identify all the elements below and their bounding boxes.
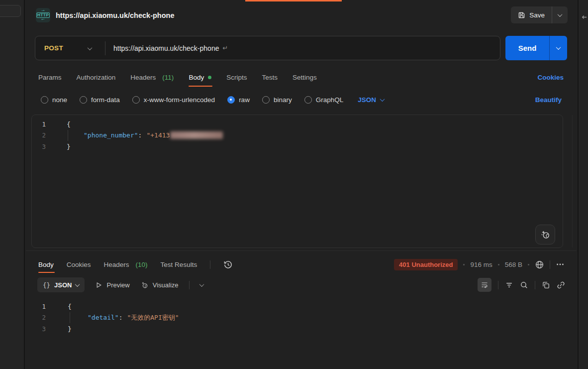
copy-response-button[interactable] [542, 281, 550, 289]
code-line: 1 { [26, 301, 577, 312]
response-body-editor[interactable]: 1 { 2 "detail":"无效的API密钥" 3 } [26, 299, 577, 369]
tab-settings[interactable]: Settings [293, 66, 317, 88]
toolbar-expand-caret[interactable] [200, 283, 203, 287]
radio-icon [132, 96, 140, 104]
close-brace: } [67, 143, 71, 150]
body-type-binary[interactable]: binary [262, 96, 292, 104]
send-button[interactable]: Send [505, 36, 549, 60]
postbot-ai-button[interactable] [535, 225, 555, 245]
beautify-link[interactable]: Beautify [535, 96, 577, 104]
braces-icon: {} [43, 281, 50, 289]
tab-label: Body [38, 261, 54, 268]
response-meta: 401 Unauthorized 916 ms 568 B [394, 259, 577, 270]
line-number: 3 [26, 325, 54, 333]
tab-body[interactable]: Body [189, 66, 211, 88]
tab-scripts[interactable]: Scripts [226, 66, 247, 88]
divider [535, 281, 535, 289]
response-size: 568 B [505, 261, 522, 268]
response-history-button[interactable] [223, 260, 233, 269]
response-tab-test-results[interactable]: Test Results [161, 254, 197, 274]
request-body-editor[interactable]: 1 { 2 "phone_number":"+1413 3 } [31, 115, 563, 248]
editor-scrollbar-track[interactable] [572, 115, 573, 247]
request-url-row: POST https://api.xiaomu.uk/check-phone ↵… [35, 36, 567, 60]
divider [189, 281, 190, 289]
copy-icon [542, 281, 550, 289]
tab-label: Scripts [226, 74, 247, 81]
response-more-options-button[interactable] [556, 260, 565, 269]
url-input[interactable]: https://api.xiaomu.uk/check-phone [113, 44, 219, 52]
send-options-caret[interactable] [549, 36, 567, 60]
save-options-caret[interactable] [552, 6, 568, 23]
radio-icon [80, 96, 87, 104]
send-split-button: Send [505, 36, 567, 60]
tab-headers[interactable]: Headers(11) [130, 66, 174, 88]
method-caret[interactable] [88, 44, 105, 52]
chevron-down-icon [75, 282, 80, 287]
chevron-down-icon [380, 97, 385, 102]
network-info-button[interactable] [535, 260, 544, 269]
json-colon: : [119, 314, 123, 321]
open-brace: { [67, 121, 71, 128]
radio-icon [304, 96, 312, 104]
response-time: 916 ms [470, 261, 492, 268]
dot-separator [463, 264, 465, 265]
tab-authorization[interactable]: Authorization [77, 66, 116, 88]
radio-label: GraphQL [316, 96, 344, 104]
collapse-arrow-icon[interactable] [580, 13, 588, 21]
body-type-urlencoded[interactable]: x-www-form-urlencoded [132, 96, 215, 104]
headers-count: (10) [136, 261, 148, 268]
link-button[interactable] [557, 281, 565, 289]
language-dropdown[interactable]: JSON [358, 96, 384, 104]
response-section: Body Cookies Headers(10) Test Results [26, 250, 577, 369]
body-type-none[interactable]: none [41, 96, 67, 104]
tab-label: Test Results [161, 261, 197, 268]
tab-params[interactable]: Params [38, 66, 62, 88]
json-key: "detail" [88, 314, 119, 321]
body-type-form-data[interactable]: form-data [80, 96, 120, 104]
request-tabs: Params Authorization Headers(11) Body Sc… [26, 66, 577, 88]
save-button[interactable]: Save [511, 6, 552, 23]
postbot-sparkle-icon [540, 230, 551, 240]
divider [498, 281, 498, 289]
main-panel: ⇀ HTTP ↽ https://api.xiaomu.uk/check-pho… [26, 0, 577, 369]
tab-label: Tests [262, 74, 278, 81]
indent-guide [70, 312, 70, 323]
body-type-graphql[interactable]: GraphQL [304, 96, 344, 104]
globe-icon [535, 260, 544, 269]
wrap-text-icon [481, 281, 489, 289]
clock-history-icon [223, 260, 233, 269]
sidebar-collapsed-item[interactable] [0, 5, 21, 17]
divider [210, 260, 210, 269]
code-line: 1 { [32, 119, 563, 130]
active-tab-indicator [245, 0, 342, 1]
chevron-down-icon [199, 282, 204, 287]
body-type-bar: none form-data x-www-form-urlencoded raw… [26, 90, 577, 110]
search-button[interactable] [520, 281, 528, 289]
response-tab-headers[interactable]: Headers(10) [104, 254, 148, 274]
divider [550, 260, 550, 269]
visualize-button[interactable]: Visualize [140, 281, 179, 289]
wrap-text-button[interactable] [478, 278, 491, 292]
chevron-down-icon [558, 12, 563, 17]
code-line: 3 } [32, 141, 563, 152]
preview-button[interactable]: Preview [95, 281, 129, 289]
tab-tests[interactable]: Tests [262, 66, 278, 88]
save-split-button: Save [511, 6, 568, 23]
response-tab-cookies[interactable]: Cookies [67, 254, 91, 274]
body-type-raw[interactable]: raw [227, 96, 250, 104]
filter-button[interactable] [505, 281, 513, 289]
line-number: 1 [26, 303, 54, 310]
radio-label: none [52, 96, 67, 104]
response-tab-body[interactable]: Body [38, 254, 54, 274]
play-icon [95, 281, 102, 289]
cookies-link[interactable]: Cookies [537, 74, 577, 81]
response-format-dropdown[interactable]: {} JSON [37, 277, 85, 292]
line-number: 2 [26, 314, 54, 321]
method-selector[interactable]: POST [35, 44, 88, 52]
radio-label: x-www-form-urlencoded [144, 96, 215, 104]
tab-label: Settings [293, 74, 317, 81]
dot-separator [498, 264, 499, 265]
chevron-down-icon [556, 45, 561, 50]
chevron-down-icon [88, 45, 93, 50]
line-number: 2 [32, 131, 54, 139]
